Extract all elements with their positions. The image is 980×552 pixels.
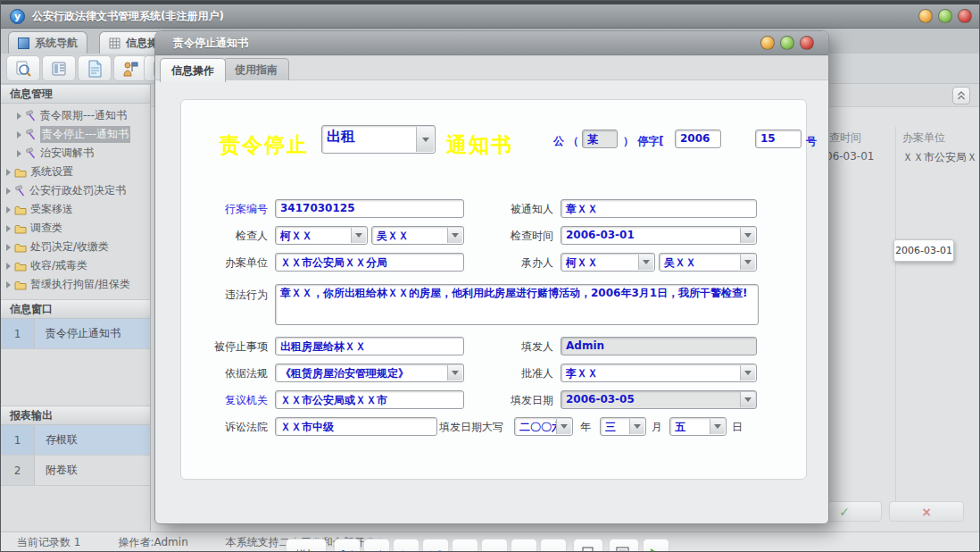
info-window-item[interactable]: 1 责令停止通知书 — [1, 319, 150, 349]
label-day-unit: 日 — [732, 420, 746, 435]
person-flag-button[interactable] — [113, 55, 147, 81]
tree-item[interactable]: 系统设置 — [1, 163, 150, 181]
tree-item[interactable]: 治安调解书 — [1, 144, 150, 163]
expand-arrow-icon[interactable] — [17, 131, 21, 138]
expand-arrow-icon[interactable] — [17, 113, 21, 120]
sidebar-section-report-header[interactable]: 报表输出 — [1, 406, 150, 425]
expand-arrow-icon[interactable] — [6, 225, 11, 232]
tab-system-navigation[interactable]: 系统导航 — [8, 31, 87, 54]
dropdown-arrow-icon[interactable] — [351, 228, 366, 243]
tree-item[interactable]: 暂缓执行拘留/担保类 — [1, 275, 150, 294]
print-button[interactable] — [573, 539, 603, 552]
expand-arrow-icon[interactable] — [6, 206, 11, 213]
inspector1-select[interactable]: 柯ＸＸ — [275, 226, 368, 245]
edit-record-button[interactable] — [481, 539, 508, 552]
dropdown-arrow-icon[interactable] — [740, 228, 755, 243]
expand-arrow-icon[interactable] — [6, 244, 11, 251]
tree-item[interactable]: 收容/戒毒类 — [1, 256, 150, 275]
post-record-button[interactable]: ✓ — [511, 539, 537, 552]
add-button[interactable]: 增加 — [286, 539, 327, 552]
dialog-minimize-orb-icon[interactable] — [760, 36, 775, 50]
court-field[interactable]: ＸＸ市中级 — [275, 417, 437, 436]
run-button[interactable] — [643, 539, 669, 552]
dropdown-arrow-icon[interactable] — [447, 228, 462, 243]
dropdown-arrow-icon[interactable] — [447, 365, 462, 381]
legal-basis-select[interactable]: 《租赁房屋治安管理规定》 — [275, 364, 464, 382]
last-record-button[interactable] — [422, 539, 449, 552]
dropdown-arrow-icon[interactable] — [710, 419, 725, 434]
dropdown-arrow-icon[interactable] — [740, 255, 755, 270]
gavel-icon — [25, 147, 37, 159]
tree-item[interactable]: 公安行政处罚决定书 — [1, 181, 150, 200]
dropdown-arrow-icon[interactable] — [638, 255, 653, 270]
handler1-select[interactable]: 柯ＸＸ — [561, 253, 655, 272]
docno-year-field[interactable]: 2006 — [675, 130, 721, 148]
cancel-record-button[interactable]: × — [540, 539, 567, 552]
folder-icon — [14, 242, 27, 253]
illegal-act-textarea[interactable]: 章ＸＸ，你所出租给林ＸＸ的房屋，他利用此房屋进行赌博活动，2006年3月1日，我… — [275, 284, 759, 325]
notified-field[interactable]: 章ＸＸ — [561, 199, 757, 218]
review-organ-field[interactable]: ＸＸ市公安局或ＸＸ市 — [275, 390, 464, 409]
dropdown-arrow-icon[interactable] — [416, 127, 434, 152]
docno-number-field[interactable]: 15 — [755, 130, 801, 148]
expand-arrow-icon[interactable] — [6, 281, 11, 289]
maximize-orb-icon[interactable] — [938, 9, 952, 23]
next-record-button[interactable] — [393, 539, 419, 552]
report-button[interactable] — [42, 55, 76, 81]
expand-arrow-icon[interactable] — [6, 169, 11, 176]
prev-record-button[interactable] — [363, 539, 390, 552]
dialog-maximize-orb-icon[interactable] — [780, 36, 794, 50]
case-no-field[interactable]: 3417030125 — [275, 199, 464, 218]
cn-year-select[interactable]: 二〇〇六 — [514, 417, 573, 436]
document-button[interactable] — [78, 55, 112, 81]
tree-item-label: 受案移送 — [30, 202, 73, 217]
collapse-button[interactable] — [952, 87, 970, 105]
report-item-attach[interactable]: 2 附卷联 — [1, 456, 150, 486]
inspector2-select[interactable]: 吴ＸＸ — [371, 226, 464, 245]
docno-unit-field[interactable]: 某 — [582, 130, 618, 148]
case-unit-field[interactable]: ＸＸ市公安局ＸＸ分局 — [275, 253, 464, 272]
tree-item[interactable]: 责令限期---通知书 — [1, 106, 150, 125]
print-preview-button[interactable] — [609, 539, 639, 552]
dropdown-arrow-icon[interactable] — [556, 419, 571, 434]
grid-cell-unit[interactable]: ＸＸ市公安局Ｘ — [902, 150, 980, 165]
expand-arrow-icon[interactable] — [6, 188, 11, 195]
sidebar-section-info-header[interactable]: 信息管理 — [1, 84, 150, 104]
dropdown-arrow-icon[interactable] — [740, 392, 755, 407]
expand-arrow-icon[interactable] — [17, 150, 21, 157]
tree-item-selected[interactable]: 责令停止---通知书 — [1, 125, 150, 144]
close-orb-icon[interactable] — [958, 9, 972, 23]
stop-item-field[interactable]: 出租房屋给林ＸＸ — [275, 337, 464, 355]
tree-item[interactable]: 受案移送 — [1, 200, 150, 219]
cancel-button[interactable]: × — [889, 501, 964, 522]
dialog-close-orb-icon[interactable] — [800, 36, 814, 50]
column-header-time[interactable]: 查时间 — [829, 130, 861, 146]
column-header-unit[interactable]: 办案单位 — [902, 130, 945, 146]
label-case-unit: 办案单位 — [179, 255, 268, 271]
handler2-select[interactable]: 吴ＸＸ — [659, 253, 757, 272]
cn-month-select[interactable]: 三 — [600, 417, 646, 436]
grid-cell-time[interactable]: 06-03-01 — [826, 150, 874, 163]
first-record-button[interactable] — [334, 539, 361, 552]
inspect-time-select[interactable]: 2006-03-01 — [561, 226, 757, 245]
notice-type-select[interactable]: 出租 — [321, 125, 436, 154]
tree-item[interactable]: 处罚决定/收缴类 — [1, 238, 150, 256]
approver-select[interactable]: 李ＸＸ — [561, 364, 757, 382]
report-item-stub[interactable]: 1 存根联 — [1, 425, 150, 456]
search-document-button[interactable] — [6, 55, 40, 81]
cn-day-select[interactable]: 五 — [669, 417, 727, 436]
delete-record-button[interactable] — [452, 539, 478, 552]
dropdown-arrow-icon[interactable] — [629, 419, 644, 434]
dropdown-arrow-icon[interactable] — [740, 365, 755, 381]
grid-icon — [109, 38, 120, 49]
tree-item[interactable]: 调查类 — [1, 219, 150, 238]
dialog-tab-user-guide[interactable]: 使用指南 — [223, 58, 289, 80]
fill-date-select[interactable]: 2006-03-05 — [561, 390, 757, 409]
record-count: 当前记录数 1 — [17, 535, 80, 550]
dialog-tab-info-operation[interactable]: 信息操作 — [160, 58, 226, 82]
minimize-orb-icon[interactable] — [918, 9, 933, 23]
sidebar-section-window-header[interactable]: 信息窗口 — [1, 299, 150, 319]
dialog-titlebar[interactable]: 责令停止通知书 — [155, 31, 828, 55]
label-filler: 填发人 — [464, 339, 553, 355]
expand-arrow-icon[interactable] — [6, 263, 11, 270]
